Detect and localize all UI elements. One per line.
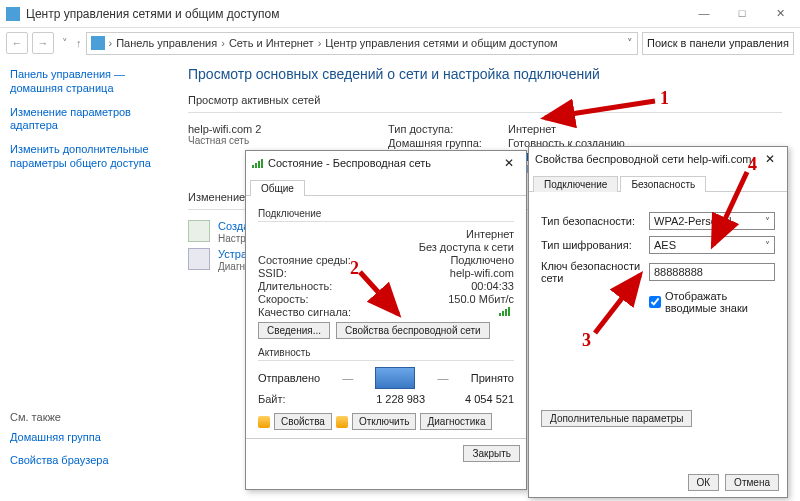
group-activity: Активность <box>258 347 514 358</box>
back-button[interactable]: ← <box>6 32 28 54</box>
media-value: Подключено <box>450 254 514 266</box>
address-row: ← → ˅ ↑ › Панель управления › Сеть и Инт… <box>0 28 800 58</box>
homegroup-label: Домашняя группа: <box>388 137 508 149</box>
duration-value: 00:04:33 <box>471 280 514 292</box>
forward-button[interactable]: → <box>32 32 54 54</box>
speed-value: 150.0 Мбит/с <box>448 293 514 305</box>
troubleshoot-icon <box>188 248 210 270</box>
props-close-button[interactable]: ✕ <box>759 152 781 166</box>
recent-dropdown[interactable]: ˅ <box>58 37 72 50</box>
security-type-select[interactable]: WPA2-Personal <box>649 212 775 230</box>
anno-4: 4 <box>748 154 757 175</box>
search-placeholder: Поиск в панели управления <box>647 37 789 49</box>
tab-general[interactable]: Общие <box>250 180 305 196</box>
location-icon <box>91 36 105 50</box>
see-also-label: См. также <box>10 411 160 423</box>
sidebar-adapter[interactable]: Изменение параметров адаптера <box>10 106 160 134</box>
recv-label: Принято <box>471 372 514 384</box>
status-close-button[interactable]: ✕ <box>498 156 520 170</box>
network-type: Частная сеть <box>188 135 388 146</box>
breadcrumb[interactable]: › Панель управления › Сеть и Интернет › … <box>86 32 639 55</box>
ipv6-value: Без доступа к сети <box>419 241 514 253</box>
search-input[interactable]: Поиск в панели управления <box>642 32 794 55</box>
access-label: Тип доступа: <box>388 123 508 135</box>
show-chars-checkbox[interactable] <box>649 296 661 308</box>
bytes-label: Байт: <box>258 393 376 405</box>
up-button[interactable]: ↑ <box>76 37 82 49</box>
encryption-label: Тип шифрования: <box>541 239 649 251</box>
crumb-cp[interactable]: Панель управления <box>116 37 217 49</box>
signal-icon <box>252 158 264 168</box>
status-dialog-titlebar[interactable]: Состояние - Беспроводная сеть ✕ <box>246 151 526 175</box>
properties-button[interactable]: Свойства <box>274 413 332 430</box>
minimize-button[interactable]: — <box>690 7 718 20</box>
properties-dialog: Свойства беспроводной сети help-wifi.com… <box>528 146 788 498</box>
ssid-value: help-wifi.com <box>450 267 514 279</box>
window-titlebar: Центр управления сетями и общим доступом… <box>0 0 800 28</box>
props-dialog-title: Свойства беспроводной сети help-wifi.com <box>535 153 751 165</box>
create-icon <box>188 220 210 242</box>
sent-label: Отправлено <box>258 372 320 384</box>
crumb-net[interactable]: Сеть и Интернет <box>229 37 314 49</box>
duration-label: Длительность: <box>258 280 471 292</box>
advanced-button[interactable]: Дополнительные параметры <box>541 410 692 427</box>
window-title: Центр управления сетями и общим доступом <box>26 7 690 21</box>
signal-icon <box>499 306 511 316</box>
ok-button[interactable]: ОК <box>688 474 720 491</box>
cancel-button[interactable]: Отмена <box>725 474 779 491</box>
sidebar: Панель управления — домашняя страница Из… <box>0 58 170 501</box>
diagnose-button[interactable]: Диагностика <box>420 413 492 430</box>
wireless-properties-button[interactable]: Свойства беспроводной сети <box>336 322 490 339</box>
status-dialog-title: Состояние - Беспроводная сеть <box>268 157 431 169</box>
bytes-sent: 1 228 983 <box>376 393 425 405</box>
tab-security[interactable]: Безопасность <box>620 176 706 192</box>
show-chars-label: Отображать вводимые знаки <box>665 290 775 314</box>
access-value: Интернет <box>508 123 556 135</box>
bytes-recv: 4 054 521 <box>465 393 514 405</box>
shield-icon <box>336 416 348 428</box>
shield-icon <box>258 416 270 428</box>
close-dialog-button[interactable]: Закрыть <box>463 445 520 462</box>
sidebar-sharing[interactable]: Изменить дополнительные параметры общего… <box>10 143 160 171</box>
ipv4-value: Интернет <box>466 228 514 240</box>
disable-button[interactable]: Отключить <box>352 413 417 430</box>
quality-label: Качество сигнала: <box>258 306 499 318</box>
page-title: Просмотр основных сведений о сети и наст… <box>188 66 782 82</box>
maximize-button[interactable]: □ <box>728 7 756 20</box>
encryption-select[interactable]: AES <box>649 236 775 254</box>
anno-1: 1 <box>660 88 669 109</box>
close-button[interactable]: ✕ <box>766 7 794 20</box>
tab-connection[interactable]: Подключение <box>533 176 618 192</box>
anno-2: 2 <box>350 258 359 279</box>
active-nets-label: Просмотр активных сетей <box>188 94 782 106</box>
see-also-homegroup[interactable]: Домашняя группа <box>10 431 160 445</box>
app-icon <box>6 7 20 21</box>
crumb-nsc[interactable]: Центр управления сетями и общим доступом <box>325 37 557 49</box>
key-input[interactable]: 88888888 <box>649 263 775 281</box>
anno-3: 3 <box>582 330 591 351</box>
details-button[interactable]: Сведения... <box>258 322 330 339</box>
security-type-label: Тип безопасности: <box>541 215 649 227</box>
key-label: Ключ безопасности сети <box>541 260 649 284</box>
network-name: help-wifi.com 2 <box>188 123 388 135</box>
see-also-browser[interactable]: Свойства браузера <box>10 454 160 468</box>
group-connection: Подключение <box>258 208 514 219</box>
activity-icon <box>375 367 415 389</box>
speed-label: Скорость: <box>258 293 448 305</box>
status-dialog: Состояние - Беспроводная сеть ✕ Общие По… <box>245 150 527 490</box>
sidebar-home[interactable]: Панель управления — домашняя страница <box>10 68 160 96</box>
